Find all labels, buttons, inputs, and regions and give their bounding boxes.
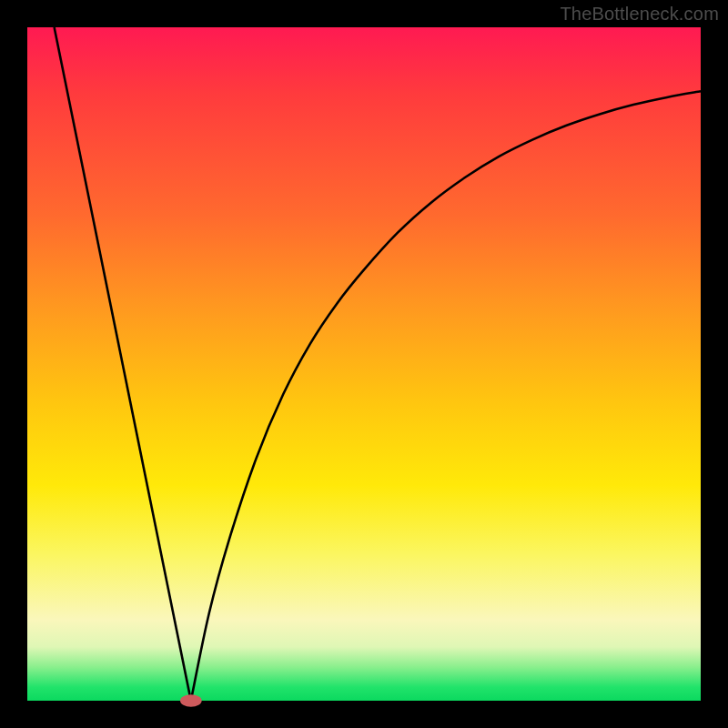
min-marker [180, 694, 202, 706]
chart-stage: TheBottleneck.com [0, 0, 728, 728]
attribution-label: TheBottleneck.com [560, 4, 719, 25]
curve-layer [27, 27, 701, 701]
left-branch-line [55, 27, 191, 701]
plot-area [27, 27, 701, 701]
right-branch-curve [191, 91, 701, 701]
